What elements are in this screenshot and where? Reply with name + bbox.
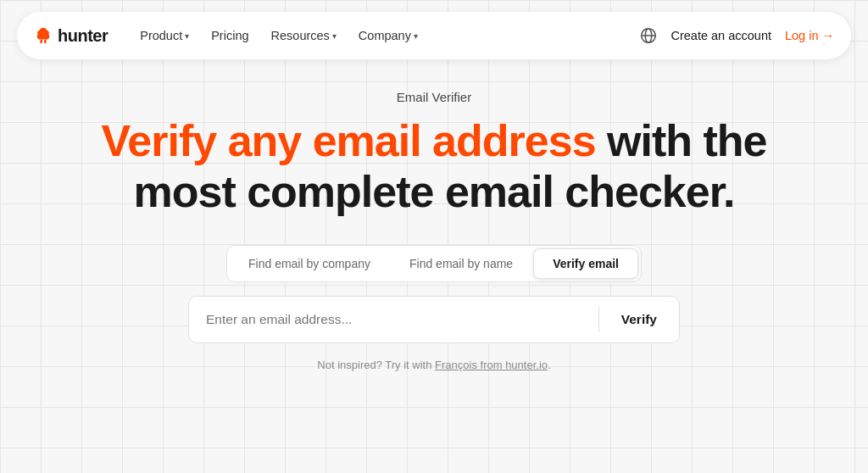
logo-icon — [34, 26, 53, 45]
hero-headline-orange: Verify any email address — [102, 116, 596, 165]
nav-item-product[interactable]: Product ▾ — [131, 24, 198, 47]
page-label: Email Verifier — [397, 90, 471, 104]
create-account-button[interactable]: Create an account — [669, 24, 773, 47]
navbar: hunter Product ▾ Pricing Resources ▾ Com… — [17, 12, 851, 59]
francois-link[interactable]: François from hunter.io — [435, 359, 548, 371]
verify-button[interactable]: Verify — [599, 297, 679, 342]
footer-note: Not inspired? Try it with François from … — [317, 359, 550, 371]
login-button[interactable]: Log in → — [785, 29, 834, 42]
tabs-container: Find email by company Find email by name… — [226, 245, 642, 282]
svg-point-0 — [40, 40, 42, 44]
tab-verify-email[interactable]: Verify email — [533, 248, 638, 279]
nav-item-resources[interactable]: Resources ▾ — [263, 24, 345, 47]
hero-headline: Verify any email address with the most c… — [95, 116, 773, 218]
globe-icon[interactable] — [640, 27, 657, 44]
tab-find-by-company[interactable]: Find email by company — [230, 249, 389, 278]
chevron-down-icon: ▾ — [332, 31, 337, 41]
logo-text: hunter — [58, 26, 108, 46]
svg-point-1 — [44, 40, 47, 44]
chevron-down-icon: ▾ — [414, 31, 418, 41]
nav-item-company[interactable]: Company ▾ — [350, 24, 426, 47]
search-container: Verify — [188, 296, 680, 343]
email-input[interactable] — [189, 297, 598, 342]
logo[interactable]: hunter — [34, 26, 108, 46]
nav-links: Product ▾ Pricing Resources ▾ Company ▾ — [131, 24, 640, 47]
chevron-down-icon: ▾ — [185, 31, 189, 41]
nav-actions: Create an account Log in → — [640, 24, 834, 47]
main-content: Email Verifier Verify any email address … — [0, 59, 868, 371]
tab-find-by-name[interactable]: Find email by name — [391, 249, 531, 278]
nav-item-pricing[interactable]: Pricing — [203, 24, 257, 47]
